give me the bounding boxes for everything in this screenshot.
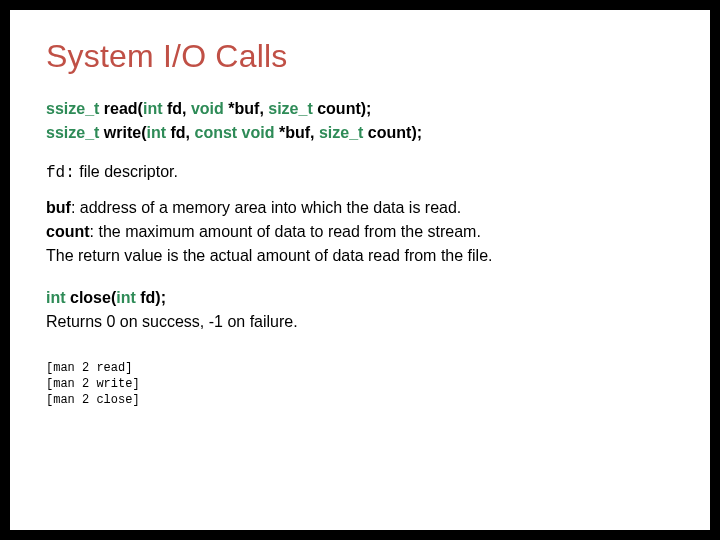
man-references: [man 2 read] [man 2 write] [man 2 close] — [46, 360, 674, 409]
write-name: write( — [99, 124, 146, 141]
buf-row: buf: address of a memory area into which… — [46, 196, 674, 220]
count-desc: the maximum amount of data to read from … — [98, 223, 480, 240]
read-name: read( — [99, 100, 143, 117]
read-p3: count); — [313, 100, 372, 117]
buf-desc: address of a memory area into which the … — [80, 199, 462, 216]
fd-desc: file descriptor. — [75, 163, 178, 180]
count-label: count — [46, 223, 90, 240]
close-block: int close(int fd); Returns 0 on success,… — [46, 286, 674, 334]
read-signature: ssize_t read(int fd, void *buf, size_t c… — [46, 97, 674, 121]
slide-title: System I/O Calls — [46, 38, 674, 75]
return-line: The return value is the actual amount of… — [46, 244, 674, 268]
fd-row: fd: file descriptor. — [46, 163, 674, 182]
close-return-desc: Returns 0 on success, -1 on failure. — [46, 310, 674, 334]
slide: System I/O Calls ssize_t read(int fd, vo… — [10, 10, 710, 530]
write-p2-type: const void — [194, 124, 274, 141]
write-p3: count); — [363, 124, 422, 141]
read-p3-type: size_t — [268, 100, 312, 117]
write-p1-type: int — [147, 124, 167, 141]
close-p-type: int — [116, 289, 136, 306]
close-signature: int close(int fd); — [46, 286, 674, 310]
params-block: buf: address of a memory area into which… — [46, 196, 674, 268]
read-return-type: ssize_t — [46, 100, 99, 117]
close-p: fd); — [136, 289, 166, 306]
write-p3-type: size_t — [319, 124, 363, 141]
signatures-block: ssize_t read(int fd, void *buf, size_t c… — [46, 97, 674, 145]
read-p2: *buf, — [224, 100, 268, 117]
close-return-type: int — [46, 289, 66, 306]
write-p2: *buf, — [275, 124, 319, 141]
fd-label: fd: — [46, 164, 75, 182]
close-name: close( — [66, 289, 117, 306]
read-p1: fd, — [163, 100, 191, 117]
write-return-type: ssize_t — [46, 124, 99, 141]
count-row: count: the maximum amount of data to rea… — [46, 220, 674, 244]
read-p2-type: void — [191, 100, 224, 117]
read-p1-type: int — [143, 100, 163, 117]
write-signature: ssize_t write(int fd, const void *buf, s… — [46, 121, 674, 145]
buf-label: buf — [46, 199, 71, 216]
write-p1: fd, — [166, 124, 194, 141]
buf-colon: : — [71, 199, 80, 216]
